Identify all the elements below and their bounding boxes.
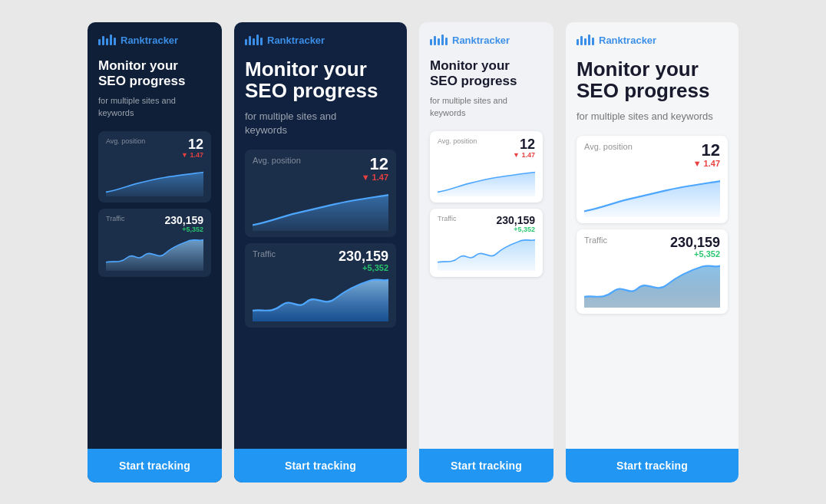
- avg-position-change-4: ▼ 1.47: [693, 159, 720, 168]
- ranktracker-logo-icon-2: [245, 35, 263, 45]
- card-3-header: Ranktracker: [419, 22, 553, 52]
- traffic-chart-3: [438, 236, 535, 271]
- avg-position-value-2: 12: [362, 156, 388, 173]
- card-1-header: Ranktracker: [88, 22, 222, 52]
- traffic-value: 230,159: [164, 215, 203, 226]
- traffic-label-2: Traffic: [253, 249, 276, 259]
- card-3-title: Monitor your SEO progress: [430, 58, 543, 90]
- card-3-cta[interactable]: Start tracking: [419, 449, 553, 483]
- avg-position-chart-4: [584, 171, 720, 217]
- traffic-value-2: 230,159: [339, 249, 388, 263]
- traffic-change-2: +5,352: [339, 263, 388, 272]
- card-2-traffic: Traffic 230,159 +5,352: [245, 243, 396, 328]
- card-4-avg-position: Avg. position 12 ▼ 1.47: [577, 136, 728, 223]
- brand-name-3: Ranktracker: [452, 35, 510, 46]
- card-2: Ranktracker Monitor your SEO progress fo…: [234, 22, 407, 483]
- traffic-change-3: +5,352: [496, 226, 535, 233]
- avg-position-change: ▼ 1.47: [181, 151, 203, 159]
- brand-name: Ranktracker: [121, 35, 178, 46]
- cards-container: Ranktracker Monitor your SEO progress fo…: [88, 22, 738, 483]
- avg-position-chart: [106, 162, 203, 196]
- avg-position-chart-2: [253, 185, 388, 231]
- ranktracker-logo-icon-4: [577, 35, 594, 45]
- card-2-cta[interactable]: Start tracking: [234, 449, 407, 483]
- card-3-avg-position: Avg. position 12 ▼ 1.47: [430, 131, 543, 203]
- avg-position-value-3: 12: [513, 137, 535, 151]
- traffic-chart: [106, 236, 203, 271]
- card-1-cta[interactable]: Start tracking: [88, 449, 222, 483]
- traffic-change-4: +5,352: [670, 249, 720, 259]
- card-4-title: Monitor your SEO progress: [577, 58, 728, 102]
- card-2-subtitle: for multiple sites and keywords: [245, 110, 396, 137]
- traffic-label-3: Traffic: [438, 215, 457, 222]
- card-4-subtitle: for multiple sites and keywords: [577, 110, 728, 124]
- card-2-header: Ranktracker: [234, 22, 407, 52]
- card-1-avg-position: Avg. position 12 ▼ 1.47: [98, 131, 211, 203]
- card-2-avg-position: Avg. position 12 ▼ 1.47: [245, 150, 396, 237]
- card-3: Ranktracker Monitor your SEO progress fo…: [419, 22, 553, 483]
- traffic-value-3: 230,159: [496, 215, 535, 226]
- card-4-traffic: Traffic 230,159 +5,352: [577, 229, 728, 314]
- brand-name-4: Ranktracker: [599, 35, 656, 46]
- ranktracker-logo-icon: [98, 35, 116, 45]
- card-1-subtitle: for multiple sites and keywords: [98, 95, 211, 119]
- card-3-traffic: Traffic 230,159 +5,352: [430, 209, 543, 277]
- card-2-body: Monitor your SEO progress for multiple s…: [234, 52, 407, 449]
- traffic-label-4: Traffic: [584, 236, 607, 245]
- traffic-chart-4: [584, 262, 720, 308]
- brand-name-2: Ranktracker: [267, 35, 325, 46]
- avg-position-change-3: ▼ 1.47: [513, 151, 535, 159]
- avg-position-value: 12: [181, 137, 203, 151]
- card-3-body: Monitor your SEO progress for multiple s…: [419, 52, 553, 449]
- card-4-header: Ranktracker: [566, 22, 738, 52]
- card-1: Ranktracker Monitor your SEO progress fo…: [88, 22, 222, 483]
- card-1-traffic: Traffic 230,159 +5,352: [98, 209, 211, 277]
- card-3-subtitle: for multiple sites and keywords: [430, 95, 543, 119]
- traffic-chart-2: [253, 275, 388, 321]
- card-2-title: Monitor your SEO progress: [245, 58, 396, 102]
- avg-position-label: Avg. position: [106, 137, 145, 145]
- avg-position-value-4: 12: [693, 142, 720, 159]
- traffic-change: +5,352: [164, 226, 203, 233]
- card-4: Ranktracker Monitor your SEO progress fo…: [566, 22, 738, 483]
- avg-position-change-2: ▼ 1.47: [362, 173, 388, 182]
- traffic-label: Traffic: [106, 215, 125, 222]
- avg-position-label-4: Avg. position: [584, 142, 633, 151]
- ranktracker-logo-icon-3: [430, 35, 448, 45]
- card-4-cta[interactable]: Start tracking: [566, 449, 738, 483]
- avg-position-label-3: Avg. position: [438, 137, 477, 145]
- traffic-value-4: 230,159: [670, 236, 720, 249]
- avg-position-label-2: Avg. position: [253, 156, 301, 165]
- card-1-body: Monitor your SEO progress for multiple s…: [88, 52, 222, 449]
- card-4-body: Monitor your SEO progress for multiple s…: [566, 52, 738, 449]
- avg-position-chart-3: [438, 162, 535, 196]
- card-1-title: Monitor your SEO progress: [98, 58, 211, 90]
